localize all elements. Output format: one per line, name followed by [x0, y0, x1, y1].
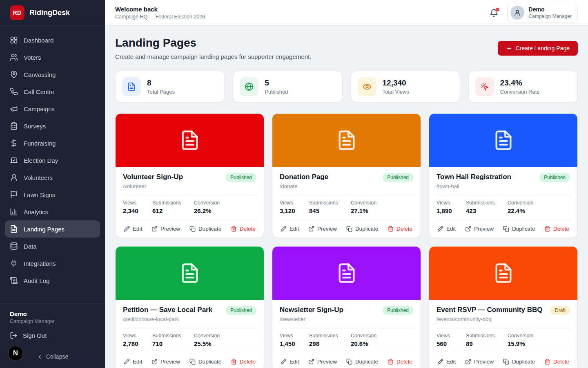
edit-button[interactable]: Edit: [124, 226, 142, 232]
eye-icon: [358, 77, 376, 96]
edit-button[interactable]: Edit: [437, 226, 456, 232]
external-link-icon: [151, 226, 158, 232]
duplicate-button[interactable]: Duplicate: [503, 226, 535, 232]
delete-button[interactable]: Delete: [388, 359, 412, 365]
sidebar-item-label: Analytics: [24, 209, 48, 215]
preview-button[interactable]: Preview: [308, 359, 337, 365]
sidebar-item-fundraising[interactable]: Fundraising: [0, 135, 105, 152]
external-link-icon: [465, 226, 471, 232]
sidebar-item-dashboard[interactable]: Dashboard: [0, 31, 105, 49]
sidebar-item-lawn-signs[interactable]: Lawn Signs: [0, 186, 105, 203]
notifications-button[interactable]: [490, 9, 498, 17]
divider: [280, 353, 413, 353]
sidebar-item-surveys[interactable]: Surveys: [0, 117, 105, 135]
delete-button[interactable]: Delete: [544, 226, 569, 232]
content: Landing Pages Create and manage campaign…: [105, 26, 588, 368]
submissions-label: Submissions: [466, 333, 499, 339]
sidebar-item-election-day[interactable]: Election Day: [0, 152, 105, 169]
preview-button[interactable]: Preview: [151, 226, 180, 232]
page-banner: [429, 114, 577, 167]
user-menu[interactable]: Demo Campaign Manager: [507, 3, 578, 22]
divider: [280, 328, 413, 328]
edit-button[interactable]: Edit: [281, 226, 299, 232]
conversion-label: Conversion: [351, 333, 376, 339]
stat-card: 5 Published: [233, 71, 342, 103]
pencil-icon: [281, 359, 287, 365]
landing-page-slug: /newsletter: [280, 316, 343, 322]
copy-icon: [503, 226, 509, 232]
duplicate-button[interactable]: Duplicate: [346, 226, 378, 232]
divider: [123, 353, 256, 353]
sidebar-item-analytics[interactable]: Analytics: [0, 203, 105, 220]
sidebar-item-integrations[interactable]: Integrations: [0, 255, 105, 272]
conversion-label: Conversion: [194, 333, 220, 339]
main-column: Welcome back Campaign HQ — Federal Elect…: [105, 0, 588, 368]
preview-button[interactable]: Preview: [465, 226, 494, 232]
delete-button[interactable]: Delete: [231, 226, 256, 232]
sidebar-item-call-centre[interactable]: Call Centre: [0, 83, 105, 100]
status-badge: Published: [539, 173, 570, 182]
duplicate-button[interactable]: Duplicate: [346, 359, 378, 365]
stat-label: Published: [265, 89, 288, 95]
edit-button[interactable]: Edit: [124, 359, 142, 365]
pencil-icon: [281, 226, 287, 232]
sidebar-item-label: Call Centre: [24, 88, 54, 95]
duplicate-button[interactable]: Duplicate: [189, 359, 221, 365]
sidebar-item-voters[interactable]: Voters: [0, 49, 105, 66]
sidebar-item-label: Landing Pages: [24, 226, 65, 233]
brand: RD RidingDesk: [0, 0, 105, 26]
layout-grid-icon: [10, 36, 18, 44]
conversion-value: 26.2%: [194, 207, 220, 214]
preview-button[interactable]: Preview: [465, 359, 494, 365]
page-banner: [272, 114, 421, 167]
sidebar-item-volunteers[interactable]: Volunteers: [0, 169, 105, 186]
page-header-text: Landing Pages Create and manage campaign…: [115, 36, 311, 60]
create-landing-page-button[interactable]: Create Landing Page: [498, 41, 578, 56]
sidebar-item-campaigns[interactable]: Campaigns: [0, 100, 105, 117]
file-text-icon: [10, 225, 18, 233]
views-value: 3,120: [280, 207, 301, 214]
preview-button[interactable]: Preview: [308, 226, 337, 232]
page-banner: [116, 247, 264, 300]
delete-button[interactable]: Delete: [231, 359, 256, 365]
conversion-value: 25.5%: [194, 340, 220, 347]
duplicate-button[interactable]: Duplicate: [503, 359, 535, 365]
delete-button[interactable]: Delete: [544, 359, 569, 365]
sidebar-item-canvassing[interactable]: Canvassing: [0, 66, 105, 83]
app-root: RD RidingDesk Dashboard Voters Canvassin…: [0, 0, 588, 368]
sign-out-button[interactable]: Sign Out: [0, 326, 105, 345]
sidebar-item-audit-log[interactable]: Audit Log: [0, 272, 105, 289]
file-text-icon: [179, 130, 200, 151]
welcome-subtitle: Campaign HQ — Federal Election 2026: [115, 14, 205, 20]
status-badge: Published: [226, 173, 256, 182]
phone-icon: [10, 88, 18, 96]
landing-page-title: Volunteer Sign-Up: [123, 173, 183, 181]
copy-icon: [189, 359, 196, 365]
conversion-label: Conversion: [194, 200, 220, 206]
submissions-label: Submissions: [152, 200, 186, 206]
edit-button[interactable]: Edit: [281, 359, 299, 365]
landing-page-title: Newsletter Sign-Up: [280, 306, 343, 314]
stat-label: Total Views: [383, 89, 410, 95]
conversion-label: Conversion: [351, 200, 376, 206]
sidebar-item-label: Data: [24, 243, 37, 250]
sidebar-item-label: Volunteers: [24, 174, 53, 181]
page-subtitle: Create and manage campaign landing pages…: [115, 53, 311, 60]
sidebar-bottom: N Collapse: [0, 345, 105, 368]
sidebar-item-landing-pages[interactable]: Landing Pages: [5, 220, 100, 238]
views-label: Views: [123, 333, 144, 339]
edit-button[interactable]: Edit: [437, 359, 456, 365]
dollar-sign-icon: [10, 139, 18, 147]
preview-button[interactable]: Preview: [151, 359, 180, 365]
submissions-value: 423: [466, 207, 499, 214]
sidebar-item-data[interactable]: Data: [0, 238, 105, 255]
duplicate-button[interactable]: Duplicate: [189, 226, 221, 232]
trash-icon: [544, 226, 550, 232]
delete-button[interactable]: Delete: [388, 226, 412, 232]
topbar-right: Demo Campaign Manager: [490, 3, 578, 22]
page-banner: [272, 247, 421, 300]
sidebar-item-label: Lawn Signs: [24, 191, 56, 198]
collapse-button[interactable]: Collapse: [0, 353, 105, 360]
divider: [437, 220, 570, 220]
sidebar-nav: Dashboard Voters Canvassing Call Centre …: [0, 26, 105, 300]
